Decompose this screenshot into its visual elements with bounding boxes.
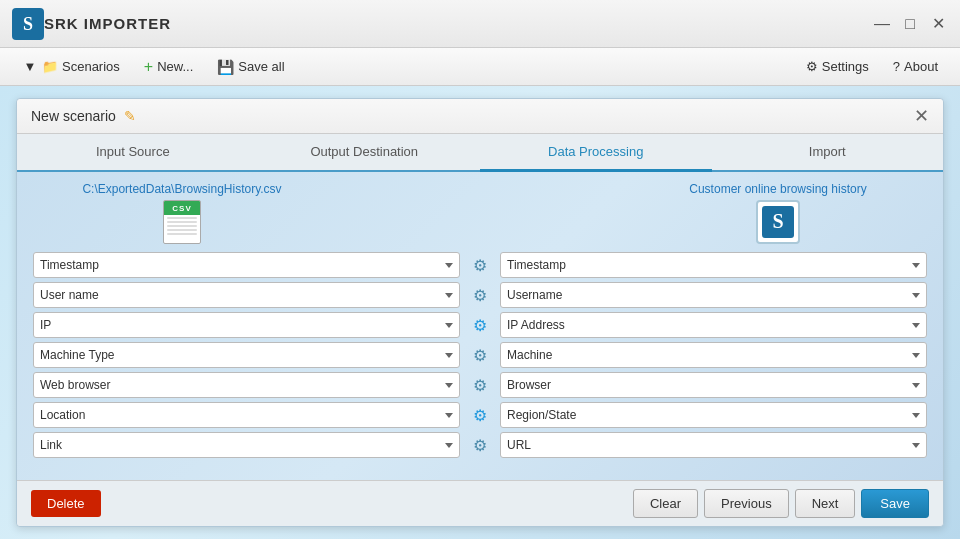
save-button[interactable]: Save [861, 489, 929, 518]
footer-buttons: Clear Previous Next Save [633, 489, 929, 518]
csv-line-3 [167, 225, 197, 227]
gear-icon-4[interactable]: ⚙ [468, 373, 492, 397]
gear-icon-5[interactable]: ⚙ [468, 403, 492, 427]
dest-select-4[interactable]: Browser [500, 372, 927, 398]
dest-select-0[interactable]: Timestamp [500, 252, 927, 278]
new-button[interactable]: + New... [134, 54, 203, 80]
csv-line-2 [167, 221, 197, 223]
source-dest-row: C:\ExportedData\BrowsingHistory.csv CSV [33, 182, 927, 244]
csv-line-4 [167, 229, 197, 231]
help-icon: ? [893, 59, 900, 74]
scenarios-icon: 📁 [42, 59, 58, 74]
gear-icon-6[interactable]: ⚙ [468, 433, 492, 457]
tab-import[interactable]: Import [712, 134, 944, 172]
save-all-label: Save all [238, 59, 284, 74]
tab-input-source[interactable]: Input Source [17, 134, 249, 172]
settings-icon: ⚙ [806, 59, 818, 74]
dialog-content: C:\ExportedData\BrowsingHistory.csv CSV [17, 172, 943, 480]
toolbar-right: ⚙ Settings ? About [796, 55, 948, 78]
new-icon: + [144, 58, 153, 76]
save-all-button[interactable]: 💾 Save all [207, 55, 294, 79]
dialog-header: New scenario ✎ ✕ [17, 99, 943, 134]
minimize-button[interactable]: — [872, 14, 892, 34]
title-bar: S SRK IMPORTER — □ ✕ [0, 0, 960, 48]
mapping-row-0: Timestamp ⚙ Timestamp [33, 252, 927, 278]
dialog-footer: Delete Clear Previous Next Save [17, 480, 943, 526]
about-button[interactable]: ? About [883, 55, 948, 78]
close-button[interactable]: ✕ [928, 14, 948, 34]
gear-icon-1[interactable]: ⚙ [468, 283, 492, 307]
toolbar: ▼ 📁 Scenarios + New... 💾 Save all ⚙ Sett… [0, 48, 960, 86]
dest-select-3[interactable]: Machine [500, 342, 927, 368]
source-file-link[interactable]: C:\ExportedData\BrowsingHistory.csv [82, 182, 281, 196]
dialog: New scenario ✎ ✕ Input Source Output Des… [16, 98, 944, 527]
delete-button[interactable]: Delete [31, 490, 101, 517]
gear-icon-3[interactable]: ⚙ [468, 343, 492, 367]
gear-icon-2[interactable]: ⚙ [468, 313, 492, 337]
dest-select-2[interactable]: IP Address [500, 312, 927, 338]
main-area: New scenario ✎ ✕ Input Source Output Des… [0, 86, 960, 539]
csv-file-icon: CSV [163, 200, 201, 244]
window-controls: — □ ✕ [872, 14, 948, 34]
source-select-5[interactable]: Location [33, 402, 460, 428]
dest-label[interactable]: Customer online browsing history [689, 182, 866, 196]
srk-logo-icon: S [762, 206, 794, 238]
source-column: C:\ExportedData\BrowsingHistory.csv CSV [33, 182, 331, 244]
mapping-row-4: Web browser ⚙ Browser [33, 372, 927, 398]
app-logo: S [12, 8, 44, 40]
dialog-close-button[interactable]: ✕ [914, 107, 929, 125]
dest-select-5[interactable]: Region/State [500, 402, 927, 428]
tab-data-processing[interactable]: Data Processing [480, 134, 712, 172]
mapping-row-1: User name ⚙ Username [33, 282, 927, 308]
mapping-row-6: Link ⚙ URL [33, 432, 927, 458]
srk-dest-icon: S [756, 200, 800, 244]
clear-button[interactable]: Clear [633, 489, 698, 518]
source-select-6[interactable]: Link [33, 432, 460, 458]
tab-output-destination[interactable]: Output Destination [249, 134, 481, 172]
tab-bar: Input Source Output Destination Data Pro… [17, 134, 943, 172]
dropdown-icon: ▼ [22, 59, 38, 75]
source-select-0[interactable]: Timestamp [33, 252, 460, 278]
mapping-row-3: Machine Type ⚙ Machine [33, 342, 927, 368]
source-select-3[interactable]: Machine Type [33, 342, 460, 368]
app-title: SRK IMPORTER [44, 15, 872, 32]
next-button[interactable]: Next [795, 489, 856, 518]
source-select-1[interactable]: User name [33, 282, 460, 308]
edit-icon[interactable]: ✎ [124, 108, 136, 124]
gear-icon-0[interactable]: ⚙ [468, 253, 492, 277]
mapping-row-2: IP ⚙ IP Address [33, 312, 927, 338]
settings-label: Settings [822, 59, 869, 74]
mapping-row-5: Location ⚙ Region/State [33, 402, 927, 428]
about-label: About [904, 59, 938, 74]
svg-text:S: S [23, 14, 33, 34]
source-select-4[interactable]: Web browser [33, 372, 460, 398]
settings-button[interactable]: ⚙ Settings [796, 55, 879, 78]
destination-column: Customer online browsing history S [629, 182, 927, 244]
source-select-2[interactable]: IP [33, 312, 460, 338]
dest-select-1[interactable]: Username [500, 282, 927, 308]
scenarios-label: Scenarios [62, 59, 120, 74]
save-icon: 💾 [217, 59, 234, 75]
maximize-button[interactable]: □ [900, 14, 920, 34]
csv-label: CSV [172, 204, 191, 213]
csv-line-5 [167, 233, 197, 235]
dialog-title: New scenario [31, 108, 116, 124]
previous-button[interactable]: Previous [704, 489, 789, 518]
scenarios-button[interactable]: ▼ 📁 Scenarios [12, 55, 130, 79]
csv-line-1 [167, 217, 197, 219]
svg-text:S: S [772, 210, 783, 232]
dest-select-6[interactable]: URL [500, 432, 927, 458]
mapping-area: Timestamp ⚙ Timestamp User name ⚙ Userna… [33, 252, 927, 458]
new-label: New... [157, 59, 193, 74]
